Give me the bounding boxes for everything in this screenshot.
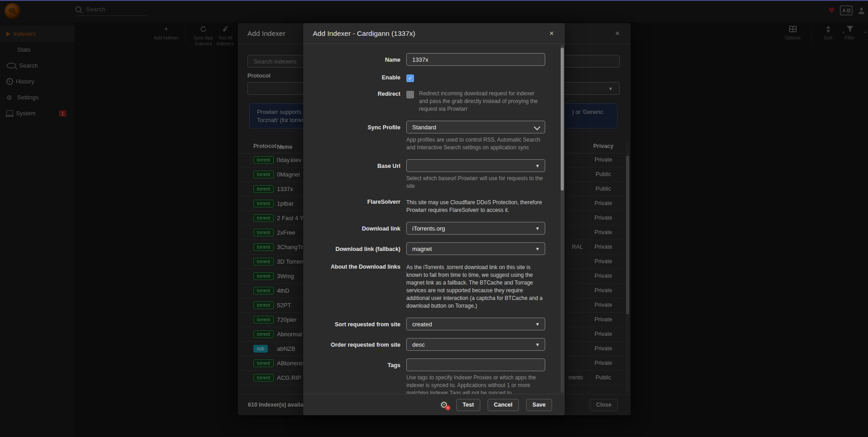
sync-profile-help-text: App profiles are used to control RSS, Au… bbox=[406, 136, 545, 152]
window-top-strip bbox=[0, 0, 868, 1]
enable-checkbox[interactable] bbox=[406, 74, 414, 82]
about-download-links-note: As the iTorrents .torrent download link … bbox=[406, 263, 545, 310]
chevron-down-icon: ▼ bbox=[535, 247, 540, 251]
sort-select[interactable]: created ▼ bbox=[406, 318, 545, 330]
redirect-row: Redirect Redirect incoming download requ… bbox=[303, 90, 565, 113]
close-icon[interactable]: × bbox=[549, 29, 554, 37]
sort-label: Sort requested from site bbox=[303, 318, 406, 330]
tags-help-text: Use tags to specify Indexer Proxies or w… bbox=[406, 374, 545, 394]
download-link-label: Download link bbox=[303, 222, 406, 235]
download-link-fallback-label: Download link (fallback) bbox=[303, 242, 406, 255]
name-label: Name bbox=[303, 53, 406, 66]
redirect-label: Redirect bbox=[303, 90, 406, 113]
order-row: Order requested from site desc ▼ bbox=[303, 338, 565, 351]
test-button[interactable]: Test bbox=[456, 399, 480, 411]
tags-label: Tags bbox=[303, 358, 406, 394]
download-link-fallback-row: Download link (fallback) magnet ▼ bbox=[303, 242, 565, 255]
cardigann-settings-modal: Add Indexer - Cardigann (1337x) × Name E… bbox=[303, 23, 565, 415]
redirect-checkbox[interactable] bbox=[406, 91, 414, 98]
flaresolverr-row: FlareSolverr This site may use Cloudflar… bbox=[303, 198, 565, 214]
sort-row: Sort requested from site created ▼ bbox=[303, 318, 565, 330]
chevron-down-icon bbox=[534, 124, 540, 130]
cancel-button[interactable]: Cancel bbox=[488, 399, 519, 411]
about-download-links-label: About the Download links bbox=[303, 263, 406, 310]
enable-label: Enable bbox=[303, 74, 406, 82]
cardigann-form: Name Enable Redirect Redirect incoming d… bbox=[303, 44, 565, 394]
download-link-fallback-select[interactable]: magnet ▼ bbox=[406, 242, 545, 255]
screen: Search ♥ Az Indexers Sta bbox=[0, 0, 868, 437]
tags-input[interactable] bbox=[406, 358, 545, 371]
chevron-down-icon: ▼ bbox=[535, 226, 540, 231]
cardigann-modal-footer: ⚙× Test Cancel Save bbox=[303, 394, 565, 415]
advanced-settings-gear-icon[interactable]: ⚙× bbox=[440, 400, 448, 409]
order-select[interactable]: desc ▼ bbox=[406, 338, 545, 351]
cardigann-modal-title: Add Indexer - Cardigann (1337x) bbox=[313, 29, 415, 38]
flaresolverr-note: This site may use Cloudflare DDoS Protec… bbox=[406, 198, 545, 214]
scrollbar-thumb[interactable] bbox=[561, 48, 564, 191]
base-url-select[interactable]: ▼ bbox=[406, 159, 545, 172]
name-row: Name bbox=[303, 53, 565, 66]
chevron-down-icon: ▼ bbox=[535, 322, 540, 327]
name-input[interactable] bbox=[406, 53, 545, 66]
download-link-select[interactable]: iTorrents.org ▼ bbox=[406, 222, 545, 235]
sync-profile-label: Sync Profile bbox=[303, 121, 406, 152]
flaresolverr-label: FlareSolverr bbox=[303, 198, 406, 214]
chevron-down-icon: ▼ bbox=[535, 164, 540, 168]
base-url-help-text: Select which baseurl Prowlarr will use f… bbox=[406, 175, 545, 190]
advanced-off-badge: × bbox=[445, 405, 450, 410]
sync-profile-select[interactable]: Standard bbox=[406, 121, 545, 133]
redirect-help-text: Redirect incoming download request for i… bbox=[419, 90, 542, 113]
save-button[interactable]: Save bbox=[526, 399, 552, 411]
base-url-row: Base Url ▼ Select which baseurl Prowlarr… bbox=[303, 159, 565, 190]
order-label: Order requested from site bbox=[303, 338, 406, 351]
tags-row: Tags Use tags to specify Indexer Proxies… bbox=[303, 358, 565, 394]
download-link-row: Download link iTorrents.org ▼ bbox=[303, 222, 565, 235]
about-download-links-row: About the Download links As the iTorrent… bbox=[303, 263, 565, 310]
cardigann-modal-header: Add Indexer - Cardigann (1337x) × bbox=[303, 23, 565, 44]
enable-row: Enable bbox=[303, 74, 565, 82]
sync-profile-row: Sync Profile Standard App profiles are u… bbox=[303, 121, 565, 152]
base-url-label: Base Url bbox=[303, 159, 406, 190]
modal-scrollbar[interactable] bbox=[561, 45, 564, 393]
chevron-down-icon: ▼ bbox=[535, 343, 540, 347]
